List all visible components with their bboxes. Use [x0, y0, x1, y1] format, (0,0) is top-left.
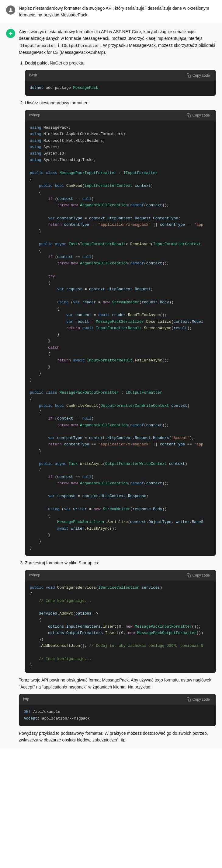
code-block-bash: bash Copy code dotnet add package Messa — [25, 70, 216, 96]
code-lang-csharp-2: csharp — [29, 572, 40, 578]
copy-button-http[interactable]: Copy code — [185, 697, 212, 702]
code-block-http: http Copy code GET /api/example Accept: … — [19, 694, 216, 726]
copy-icon-http — [187, 697, 191, 702]
code-lang-csharp-1: csharp — [29, 112, 40, 118]
svg-rect-3 — [188, 699, 191, 701]
user-message-content: Napisz niestandardowy formatter dla swoj… — [19, 5, 216, 19]
code-block-csharp-2: csharp Copy code public void ConfigureS — [25, 570, 216, 673]
copy-button-csharp-2[interactable]: Copy code — [185, 572, 212, 578]
user-message-text: Napisz niestandardowy formatter dla swoj… — [19, 5, 216, 19]
chat-container: Napisz niestandardowy formatter dla swoj… — [0, 0, 222, 748]
code-body-csharp-1: using MessagePack; using Microsoft.AspNe… — [25, 121, 216, 556]
inline-code-iinput: IInputFormatter — [19, 43, 57, 49]
code-block-csharp-1-header: csharp Copy code — [25, 110, 216, 121]
user-message: Napisz niestandardowy formatter dla swoj… — [0, 0, 222, 24]
user-avatar — [6, 5, 15, 14]
copy-button-csharp-1[interactable]: Copy code — [185, 113, 212, 118]
code-body-bash: dotnet add package MessagePack — [25, 81, 216, 96]
code-block-http-header: http Copy code — [19, 694, 216, 705]
svg-rect-1 — [188, 115, 191, 117]
svg-rect-0 — [188, 75, 191, 77]
step-1: Dodaj pakiet NuGet do projektu: bash Cop… — [25, 60, 216, 96]
assistant-message-text: Aby stworzyć niestandardowy formatter dl… — [19, 28, 216, 744]
assistant-message: Aby stworzyć niestandardowy formatter dl… — [0, 24, 222, 748]
step-2: Utwórz niestandardowy formatter: csharp … — [25, 99, 216, 556]
code-body-csharp-2: public void ConfigureServices(IServiceCo… — [25, 581, 216, 673]
code-block-csharp-1: csharp Copy code using MessagePack; usi — [25, 110, 216, 556]
assistant-message-content: Aby stworzyć niestandardowy formatter dl… — [19, 28, 216, 744]
copy-label-bash: Copy code — [192, 73, 210, 78]
code-body-http: GET /api/example Accept: application/x-m… — [19, 705, 216, 726]
after-steps-text: Teraz twoje API powinno obsługiwać forma… — [19, 677, 216, 690]
step-3: Zarejestruj formatter w pliku Startup.cs… — [25, 559, 216, 673]
footer-text: Powyższy przykład to podstawowy formatte… — [19, 730, 216, 744]
code-block-csharp-2-header: csharp Copy code — [25, 570, 216, 581]
copy-label-csharp-1: Copy code — [192, 113, 210, 118]
copy-label-http: Copy code — [192, 697, 210, 702]
code-block-bash-header: bash Copy code — [25, 70, 216, 81]
svg-rect-2 — [188, 575, 191, 577]
steps-list: Dodaj pakiet NuGet do projektu: bash Cop… — [25, 60, 216, 673]
copy-button-bash[interactable]: Copy code — [185, 73, 212, 78]
assistant-avatar — [6, 29, 15, 38]
inline-code-ioutput: IOutputFormatter — [60, 43, 101, 49]
copy-label-csharp-2: Copy code — [192, 573, 210, 578]
copy-icon-csharp-2 — [187, 573, 191, 578]
copy-icon-bash — [187, 73, 191, 78]
copy-icon-csharp-1 — [187, 113, 191, 118]
code-lang-http: http — [23, 696, 29, 702]
code-lang-bash: bash — [29, 72, 37, 78]
